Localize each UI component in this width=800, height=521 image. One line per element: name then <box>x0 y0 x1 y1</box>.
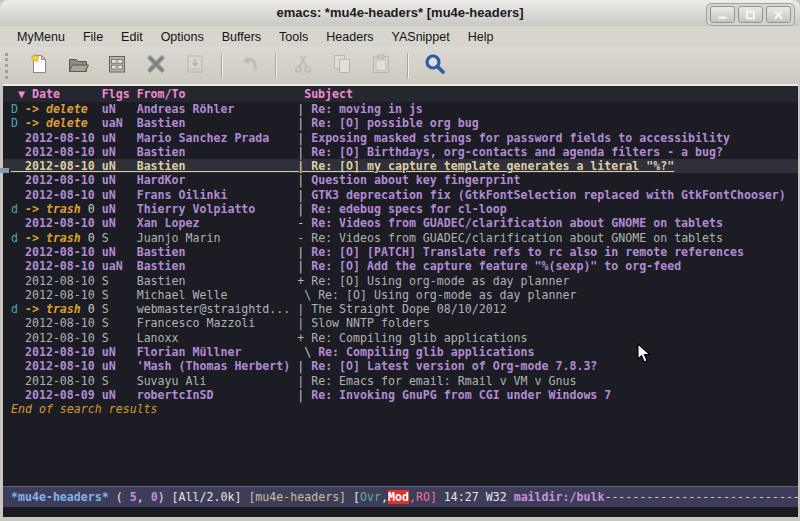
toolbar-drag-handle[interactable] <box>5 53 12 79</box>
header-row[interactable]: 2012-08-10 S Michael Welle \ Re: [O] Usi… <box>3 288 798 302</box>
header-row[interactable]: 2012-08-10 uN Bastien | Re: [O] [PATCH] … <box>3 245 798 259</box>
row-segment: Mario Sanchez Prada <box>137 131 291 145</box>
row-segment: Bastien <box>137 145 291 159</box>
row-segment: \ <box>290 345 318 359</box>
row-segment <box>11 188 25 202</box>
cut-icon <box>291 52 315 80</box>
toolbar-separator <box>275 53 277 78</box>
titlebar[interactable]: emacs: *mu4e-headers* [mu4e-headers] <box>0 0 800 27</box>
row-segment: Bastien <box>137 116 291 130</box>
row-segment: uN <box>102 173 137 187</box>
menu-help[interactable]: Help <box>459 28 503 46</box>
close-button[interactable] <box>766 6 791 23</box>
delete-button[interactable] <box>141 52 171 80</box>
minimize-button[interactable] <box>710 6 735 23</box>
row-segment: | <box>290 131 311 145</box>
row-segment: \ <box>290 288 318 302</box>
header-row[interactable]: d -> trash 0 uN Thierry Volpiatto | Re: … <box>3 202 798 216</box>
header-row[interactable]: d -> trash 0 S webmaster@straightd... | … <box>3 302 798 316</box>
row-segment: Thierry Volpiatto <box>137 202 291 216</box>
row-segment: Suvayu Ali <box>137 374 291 388</box>
row-segment: Slow NNTP folders <box>311 316 430 330</box>
header-row[interactable]: 2012-08-10 S Francesco Mazzoli | Slow NN… <box>3 316 798 330</box>
row-segment: | <box>290 145 311 159</box>
row-segment: 0 <box>81 231 102 245</box>
header-row[interactable]: d -> trash 0 S Juanjo Marin - Re: Videos… <box>3 231 798 245</box>
new-file-button[interactable] <box>24 52 54 80</box>
header-row[interactable]: 2012-08-10 uN Mario Sanchez Prada | Expo… <box>3 131 798 145</box>
row-segment: 2012-08-10 <box>25 216 102 230</box>
row-segment <box>11 374 25 388</box>
row-segment: Re: Invoking GnuPG from CGI under Window… <box>311 388 611 402</box>
row-segment: -> delete <box>25 102 102 116</box>
row-segment: + <box>290 274 311 288</box>
row-segment: Re: Emacs for email: Rmail v VM v Gnus <box>311 374 576 388</box>
row-segment: 2012-08-10 <box>25 359 102 373</box>
mode-line[interactable]: *mu4e-headers* ( 5, 0) [All/2.0k] [mu4e-… <box>3 486 798 508</box>
row-segment <box>11 288 25 302</box>
row-segment: uN <box>102 131 137 145</box>
delete-icon <box>144 52 168 80</box>
header-row[interactable]: 2012-08-10 uN 'Mash (Thomas Herbert) | R… <box>3 359 798 373</box>
header-row-current[interactable]: 2012-08-10 uN Bastien | Re: [O] my captu… <box>3 159 798 173</box>
undo-button <box>234 52 264 80</box>
echo-area <box>3 507 798 517</box>
header-row[interactable]: 2012-08-10 uN HardKor | Question about k… <box>3 173 798 187</box>
row-segment: Re: [O] possible org bug <box>311 116 479 130</box>
menu-options[interactable]: Options <box>152 28 213 46</box>
row-segment: Lanoxx <box>137 331 291 345</box>
menu-yasnippet[interactable]: YASnippet <box>383 28 459 46</box>
row-segment: HardKor <box>137 173 291 187</box>
row-segment: -> trash <box>25 302 81 316</box>
menu-mymenu[interactable]: MyMenu <box>8 28 74 46</box>
maximize-button[interactable] <box>738 6 763 23</box>
header-row[interactable]: D -> delete uaN Bastien | Re: [O] possib… <box>3 116 798 130</box>
emacs-window: emacs: *mu4e-headers* [mu4e-headers] MyM… <box>0 0 800 521</box>
row-segment: 2012-08-10 <box>25 259 102 273</box>
open-folder-button[interactable] <box>63 52 93 80</box>
header-row[interactable]: 2012-08-10 S Bastien + Re: [O] Using org… <box>3 274 798 288</box>
row-segment: robertcInSD <box>137 388 291 402</box>
window-title: emacs: *mu4e-headers* [mu4e-headers] <box>0 0 800 26</box>
row-segment: Bastien <box>137 245 291 259</box>
row-segment <box>11 145 25 159</box>
search-button[interactable] <box>420 52 450 80</box>
row-segment: Bastien <box>137 274 291 288</box>
modeline-segment: [All/2.0k] <box>172 490 249 504</box>
modeline-segment: 14:27 W32 <box>437 490 514 504</box>
row-segment <box>11 131 25 145</box>
row-segment: uN <box>102 102 137 116</box>
row-segment: -> trash <box>25 231 81 245</box>
header-row[interactable]: 2012-08-10 uN Xan Lopez - Re: Videos fro… <box>3 216 798 230</box>
header-row[interactable]: 2012-08-10 S Lanoxx + Re: Compiling glib… <box>3 331 798 345</box>
header-row[interactable]: 2012-08-09 uN robertcInSD | Re: Invoking… <box>3 388 798 402</box>
modeline-segment: ) <box>158 490 172 504</box>
scrollbar-thumb[interactable] <box>0 168 9 173</box>
menu-file[interactable]: File <box>74 28 112 46</box>
row-segment: Re: Compiling glib applications <box>311 331 527 345</box>
header-row[interactable]: 2012-08-10 uN Frans Oilinki | GTK3 depre… <box>3 188 798 202</box>
header-row[interactable]: 2012-08-10 uN Bastien | Re: [O] Birthday… <box>3 145 798 159</box>
mouse-cursor <box>637 343 652 364</box>
row-segment <box>11 216 25 230</box>
menu-buffers[interactable]: Buffers <box>213 28 270 46</box>
row-segment: Re: Videos from GUADEC/clarification abo… <box>311 231 723 245</box>
row-segment: Andreas Röhler <box>137 102 291 116</box>
header-row[interactable]: 2012-08-10 uaN Bastien | Re: [O] Add the… <box>3 259 798 273</box>
menu-headers[interactable]: Headers <box>317 28 382 46</box>
row-segment: Re: [O] Latest version of Org-mode 7.8.3… <box>311 359 597 373</box>
save-button[interactable] <box>102 52 132 80</box>
menu-tools[interactable]: Tools <box>270 28 317 46</box>
row-segment: | <box>290 159 311 173</box>
modeline-segment: Ovr <box>360 490 381 504</box>
header-row[interactable]: 2012-08-10 uN Florian Müllner \ Re: Comp… <box>3 345 798 359</box>
header-row[interactable]: 2012-08-10 S Suvayu Ali | Re: Emacs for … <box>3 374 798 388</box>
row-segment: uN <box>102 202 137 216</box>
row-segment: | <box>290 173 311 187</box>
row-segment <box>11 345 25 359</box>
header-row[interactable]: D -> delete uN Andreas Röhler | Re: movi… <box>3 102 798 116</box>
row-segment: uN <box>102 145 137 159</box>
menu-edit[interactable]: Edit <box>112 28 152 46</box>
row-segment: uN <box>102 159 137 173</box>
row-segment <box>11 259 25 273</box>
